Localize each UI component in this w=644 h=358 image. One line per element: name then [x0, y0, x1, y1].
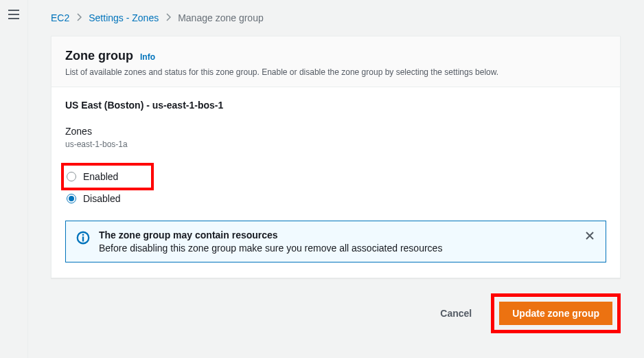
radio-disabled-label: Disabled: [83, 193, 120, 204]
update-highlight: Update zone group: [491, 293, 621, 333]
svg-rect-1: [82, 236, 84, 241]
status-radio-group: Enabled Disabled: [65, 163, 606, 207]
svg-rect-2: [82, 234, 84, 236]
enabled-highlight: Enabled: [61, 163, 154, 190]
panel-header: Zone group Info List of available zones …: [51, 36, 620, 87]
radio-icon: [67, 172, 76, 181]
chevron-right-icon: [165, 12, 171, 23]
cancel-button[interactable]: Cancel: [428, 302, 484, 324]
radio-enabled-label: Enabled: [83, 171, 118, 182]
close-icon[interactable]: [584, 230, 596, 244]
menu-toggle-button[interactable]: [8, 10, 19, 19]
breadcrumb-ec2[interactable]: EC2: [51, 12, 69, 23]
panel-title: Zone group: [65, 49, 133, 63]
zones-label: Zones: [65, 126, 606, 137]
alert-text: Before disabling this zone group make su…: [99, 243, 575, 254]
info-alert: The zone group may contain resources Bef…: [65, 221, 606, 262]
chevron-right-icon: [76, 12, 82, 23]
zone-group-panel: Zone group Info List of available zones …: [51, 36, 621, 278]
zone-id: us-east-1-bos-1a: [65, 139, 606, 149]
radio-disabled[interactable]: Disabled: [65, 190, 606, 207]
panel-subtitle: List of available zones and status for t…: [65, 67, 606, 77]
info-link[interactable]: Info: [140, 52, 155, 62]
radio-enabled[interactable]: Enabled: [65, 168, 119, 185]
zone-group-name: US East (Boston) - us-east-1-bos-1: [65, 100, 606, 111]
update-zone-group-button[interactable]: Update zone group: [499, 302, 612, 325]
footer-actions: Cancel Update zone group: [51, 293, 621, 333]
alert-title: The zone group may contain resources: [99, 230, 575, 240]
sidebar-divider: [27, 0, 28, 358]
breadcrumb: EC2 Settings - Zones Manage zone group: [51, 12, 621, 23]
radio-icon: [67, 194, 76, 203]
info-icon: [76, 230, 91, 247]
breadcrumb-settings-zones[interactable]: Settings - Zones: [89, 12, 159, 23]
breadcrumb-current: Manage zone group: [178, 12, 264, 23]
